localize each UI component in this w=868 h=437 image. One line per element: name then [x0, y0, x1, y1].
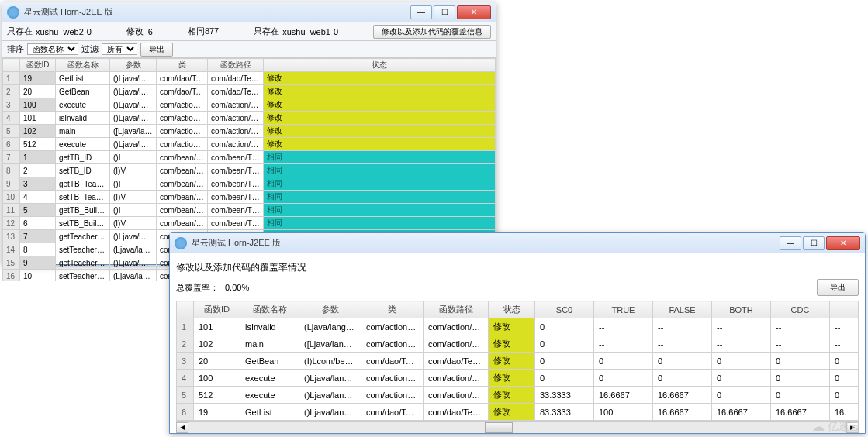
col-param[interactable]: 参数	[110, 59, 157, 72]
table-row[interactable]: 1101isInvalid(Ljava/lang/St...com/action…	[177, 318, 859, 335]
cell-path: com/bean/TBBean.ja...	[208, 191, 264, 204]
cell-both: 0	[712, 370, 771, 387]
col-param[interactable]: 参数	[299, 301, 361, 318]
cell-param: ()Ljava/lang/S...	[299, 404, 361, 421]
cell-status: 相同	[264, 151, 496, 164]
scroll-track[interactable]	[188, 422, 846, 433]
cell-path: com/dao/Tea...	[424, 353, 489, 370]
table-row[interactable]: 104setTB_TeacherID(I)Vcom/bean/TBBeancom…	[3, 191, 496, 204]
cell-true: --	[594, 335, 653, 353]
maximize-button[interactable]: ☐	[803, 236, 825, 250]
col-both[interactable]: BOTH	[712, 301, 771, 318]
cell-func-id: 20	[20, 85, 56, 98]
cell-param: (Ljava/lang/String;)V	[110, 270, 157, 282]
col-sc0[interactable]: SC0	[535, 301, 594, 318]
cell-class: com/bean/TBBean	[157, 151, 208, 164]
export-button[interactable]: 导出	[140, 43, 173, 57]
table-row[interactable]: 82setTB_ID(I)Vcom/bean/TBBeancom/bean/TB…	[3, 164, 496, 177]
cell-func-name: getTB_TeacherID	[56, 177, 110, 191]
table-row[interactable]: 71getTB_ID()Icom/bean/TBBeancom/bean/TBB…	[3, 151, 496, 164]
cell-func-id: 3	[20, 177, 56, 191]
table-row[interactable]: 5102main([Ljava/lang/String;)Vcom/action…	[3, 125, 496, 138]
rownum-cell: 4	[3, 112, 20, 125]
cell-func-id: 100	[194, 370, 240, 387]
modified-count: 6	[148, 27, 153, 36]
table-row[interactable]: 93getTB_TeacherID()Icom/bean/TBBeancom/b…	[3, 177, 496, 191]
cell-param: (I)V	[110, 191, 157, 204]
cell-both: 0	[712, 353, 771, 370]
cell-func-name: GetBean	[56, 85, 110, 98]
cell-true: 16.6667	[594, 387, 653, 404]
table-row[interactable]: 320GetBean(I)Lcom/bean/...com/dao/Tea...…	[177, 353, 859, 370]
rownum-cell: 1	[3, 72, 20, 85]
col-false[interactable]: FALSE	[653, 301, 712, 318]
table-row[interactable]: 619GetList()Ljava/lang/S...com/dao/Tea..…	[177, 404, 859, 421]
cell-status: 相同	[264, 204, 496, 217]
cell-status: 相同	[264, 191, 496, 204]
col-true[interactable]: TRUE	[594, 301, 653, 318]
cell-func-name: setTB_ID	[56, 164, 110, 177]
cloud-icon: ☁	[812, 419, 825, 434]
titlebar[interactable]: 星云测试 Horn-J2EE 版 — ☐ ✕	[2, 2, 496, 22]
col-path[interactable]: 函数路径	[424, 301, 489, 318]
maximize-button[interactable]: ☐	[434, 5, 455, 19]
cell-sc0: 0	[535, 335, 594, 353]
coverage-subtitle: 修改以及添加代码的覆盖率情况	[176, 258, 859, 277]
cell-true: 0	[594, 353, 653, 370]
cell-func-id: 20	[194, 353, 240, 370]
coverage-info-button[interactable]: 修改以及添加代码的覆盖信息	[373, 25, 491, 39]
minimize-button[interactable]: —	[410, 5, 432, 19]
close-button[interactable]: ✕	[457, 5, 491, 19]
horizontal-scrollbar[interactable]: ◀ ▶	[176, 421, 859, 433]
col-status[interactable]: 状态	[264, 59, 496, 72]
cell-path: com/action/R...	[424, 370, 489, 387]
table-row[interactable]: 4100execute()Ljava/lang/S...com/action/P…	[177, 370, 859, 387]
cell-param: (I)V	[110, 164, 157, 177]
cell-false: 0	[653, 353, 712, 370]
table-row[interactable]: 6512execute()Ljava/lang/String;com/actio…	[3, 138, 496, 151]
cell-class: com/action/P...	[361, 370, 424, 387]
titlebar[interactable]: 星云测试 Horn-J2EE 版 — ☐ ✕	[170, 233, 865, 253]
cell-class: com/dao/Tea...	[361, 404, 424, 421]
col-path[interactable]: 函数路径	[208, 59, 264, 72]
col-func-id[interactable]: 函数ID	[194, 301, 240, 318]
col-func-name[interactable]: 函数名称	[56, 59, 110, 72]
table-row[interactable]: 126setTB_BuildingID(I)Vcom/bean/TBBeanco…	[3, 217, 496, 230]
cell-path: com/action/Passwor...	[208, 125, 264, 138]
col-class[interactable]: 类	[361, 301, 424, 318]
sort-select[interactable]: 函数名称	[27, 43, 78, 55]
cell-extra: 0	[830, 387, 859, 404]
col-extra[interactable]	[830, 301, 859, 318]
scroll-thumb[interactable]	[485, 422, 513, 433]
col-class[interactable]: 类	[157, 59, 208, 72]
table-row[interactable]: 115getTB_BuildingID()Icom/bean/TBBeancom…	[3, 204, 496, 217]
table-row[interactable]: 119GetList()Ljava/lang/String;Lja...com/…	[3, 72, 496, 85]
table-row[interactable]: 2102main([Ljava/lang/S...com/action/P...…	[177, 335, 859, 353]
cell-path: com/action/G...	[424, 387, 489, 404]
app-icon	[175, 237, 187, 249]
cell-param: ()Ljava/lang/String;	[110, 98, 157, 112]
cell-class: com/action/Passwor...	[157, 98, 208, 112]
cell-path: com/action/Passwor...	[208, 112, 264, 125]
table-row[interactable]: 3100execute()Ljava/lang/String;com/actio…	[3, 98, 496, 112]
cell-class: com/bean/TBBean	[157, 191, 208, 204]
col-cdc[interactable]: CDC	[771, 301, 830, 318]
col-func-name[interactable]: 函数名称	[240, 301, 299, 318]
cell-false: 16.6667	[653, 387, 712, 404]
cell-func-id: 6	[20, 217, 56, 230]
close-button[interactable]: ✕	[826, 236, 860, 250]
rownum-cell: 10	[3, 191, 20, 204]
export-button[interactable]: 导出	[817, 279, 859, 296]
table-row[interactable]: 4101isInvalid()Ljava/lang/String;)Zcom/a…	[3, 112, 496, 125]
cell-param: ()Ljava/lang/S...	[299, 370, 361, 387]
table-row[interactable]: 220GetBean()Ljava/lang/String;Lja...com/…	[3, 85, 496, 98]
table-row[interactable]: 5512execute()Ljava/lang/S...com/action/G…	[177, 387, 859, 404]
cell-func-id: 101	[20, 112, 56, 125]
col-status[interactable]: 状态	[489, 301, 535, 318]
cell-func-name: setTeacher_Sex	[56, 270, 110, 282]
filter-select[interactable]: 所有	[102, 43, 137, 55]
cell-true: 100	[594, 404, 653, 421]
minimize-button[interactable]: —	[780, 236, 801, 250]
scroll-left-button[interactable]: ◀	[176, 422, 188, 433]
col-func-id[interactable]: 函数ID	[20, 59, 56, 72]
